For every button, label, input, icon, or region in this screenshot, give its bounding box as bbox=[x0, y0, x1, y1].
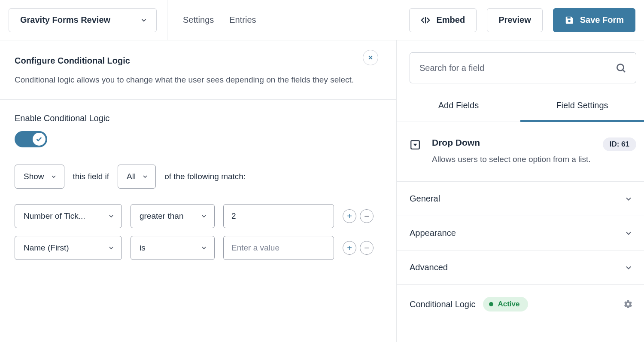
accordion-conditional-logic[interactable]: Conditional Logic Active bbox=[397, 285, 644, 324]
gear-icon[interactable] bbox=[623, 299, 633, 309]
nav-settings[interactable]: Settings bbox=[183, 15, 214, 25]
minus-icon: − bbox=[364, 211, 369, 221]
chevron-down-icon bbox=[624, 195, 633, 203]
svg-point-5 bbox=[617, 64, 623, 70]
form-selector[interactable]: Gravity Forms Review bbox=[9, 8, 157, 32]
embed-button[interactable]: Embed bbox=[409, 8, 477, 32]
embed-label: Embed bbox=[436, 15, 465, 25]
chevron-down-icon bbox=[142, 173, 149, 180]
active-dot-icon bbox=[489, 302, 493, 306]
chevron-down-icon bbox=[624, 263, 633, 272]
condition-field-select[interactable]: Name (First) bbox=[15, 236, 122, 260]
plus-icon: + bbox=[347, 243, 352, 253]
form-selector-label: Gravity Forms Review bbox=[20, 15, 110, 25]
svg-rect-2 bbox=[567, 16, 570, 18]
match-value: All bbox=[127, 172, 136, 181]
condition-operator-value: greater than bbox=[140, 211, 183, 221]
field-type-description: Allows users to select one option from a… bbox=[432, 153, 592, 166]
condition-operator-select[interactable]: greater than bbox=[131, 204, 215, 228]
chevron-down-icon bbox=[108, 213, 115, 220]
tab-field-settings[interactable]: Field Settings bbox=[520, 101, 644, 122]
check-icon bbox=[36, 136, 43, 143]
chevron-down-icon bbox=[108, 244, 115, 251]
search-icon bbox=[615, 62, 626, 73]
remove-condition-button[interactable]: − bbox=[360, 209, 374, 223]
remove-condition-button[interactable]: − bbox=[360, 241, 374, 255]
add-condition-button[interactable]: + bbox=[343, 241, 356, 255]
tab-add-fields[interactable]: Add Fields bbox=[397, 101, 520, 122]
minus-icon: − bbox=[364, 243, 369, 253]
field-search[interactable] bbox=[410, 52, 636, 83]
enable-logic-toggle[interactable] bbox=[15, 131, 47, 147]
svg-point-1 bbox=[568, 20, 571, 22]
close-icon bbox=[367, 54, 374, 61]
sentence-text: of the following match: bbox=[164, 172, 246, 181]
preview-button[interactable]: Preview bbox=[487, 8, 543, 32]
save-button[interactable]: Save Form bbox=[553, 8, 635, 32]
condition-operator-value: is bbox=[140, 243, 146, 253]
chevron-down-icon bbox=[50, 173, 57, 180]
accordion-general[interactable]: General bbox=[397, 182, 644, 216]
show-hide-select[interactable]: Show bbox=[15, 165, 64, 189]
chevron-down-icon bbox=[200, 213, 207, 220]
preview-label: Preview bbox=[498, 15, 531, 25]
dropdown-icon bbox=[410, 139, 421, 153]
svg-line-6 bbox=[623, 70, 625, 72]
condition-field-select[interactable]: Number of Tick... bbox=[15, 204, 122, 228]
svg-marker-8 bbox=[413, 144, 417, 146]
toggle-knob bbox=[33, 133, 46, 146]
condition-field-value: Name (First) bbox=[24, 243, 69, 253]
condition-value-input[interactable] bbox=[223, 204, 334, 228]
condition-field-value: Number of Tick... bbox=[24, 211, 85, 221]
nav-entries[interactable]: Entries bbox=[229, 15, 256, 25]
save-icon bbox=[565, 15, 574, 25]
close-button[interactable] bbox=[363, 50, 378, 65]
active-badge: Active bbox=[483, 297, 528, 311]
add-condition-button[interactable]: + bbox=[343, 209, 356, 223]
config-title: Configure Conditional Logic bbox=[15, 56, 382, 66]
enable-logic-label: Enable Conditional Logic bbox=[15, 113, 382, 123]
plus-icon: + bbox=[347, 211, 352, 221]
chevron-down-icon bbox=[140, 16, 148, 24]
accordion-label: Appearance bbox=[410, 228, 456, 238]
chevron-down-icon bbox=[200, 244, 207, 251]
condition-operator-select[interactable]: is bbox=[131, 236, 215, 260]
code-icon bbox=[421, 15, 430, 25]
active-badge-label: Active bbox=[498, 300, 519, 308]
sentence-text: this field if bbox=[73, 172, 109, 181]
chevron-down-icon bbox=[624, 229, 633, 238]
field-type-title: Drop Down bbox=[432, 137, 592, 148]
save-label: Save Form bbox=[580, 15, 624, 25]
divider bbox=[272, 0, 272, 40]
match-select[interactable]: All bbox=[118, 165, 156, 189]
show-hide-value: Show bbox=[24, 172, 44, 181]
config-description: Conditional logic allows you to change w… bbox=[15, 73, 358, 86]
field-id-badge: ID: 61 bbox=[603, 137, 636, 151]
condition-row: Number of Tick... greater than + − bbox=[15, 204, 382, 228]
accordion-appearance[interactable]: Appearance bbox=[397, 216, 644, 250]
field-search-input[interactable] bbox=[419, 63, 615, 73]
accordion-label: Conditional Logic bbox=[410, 299, 475, 309]
accordion-advanced[interactable]: Advanced bbox=[397, 250, 644, 285]
condition-row: Name (First) is + − bbox=[15, 236, 382, 260]
accordion-label: General bbox=[410, 194, 440, 204]
accordion-label: Advanced bbox=[410, 263, 448, 272]
condition-value-input[interactable] bbox=[223, 236, 334, 260]
